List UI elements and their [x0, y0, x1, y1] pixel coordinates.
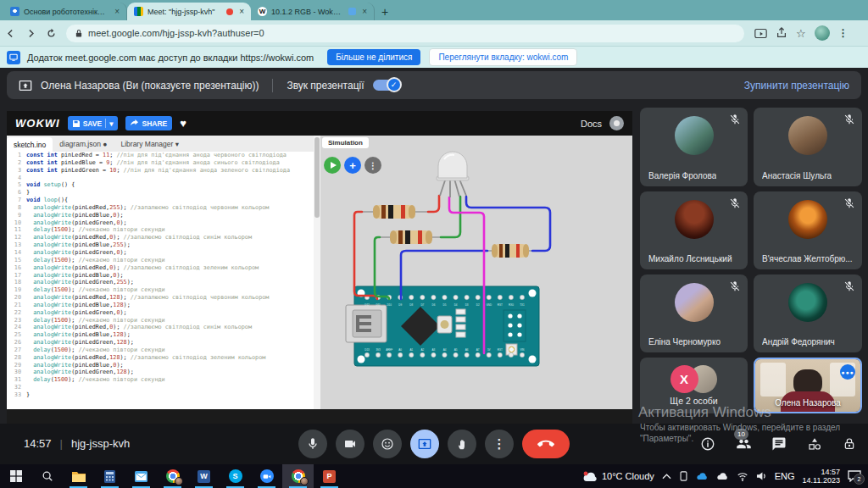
tray-expand-icon[interactable] — [662, 473, 671, 480]
taskbar-chrome-active[interactable] — [282, 464, 314, 488]
participant-tile-2[interactable]: Анастасія Шульга — [754, 108, 862, 186]
camera-button[interactable] — [336, 430, 364, 458]
share-button[interactable]: SHARE — [125, 116, 172, 130]
taskbar-weather-widget[interactable]: 10°C Cloudy — [582, 471, 654, 482]
reactions-button[interactable] — [373, 430, 402, 458]
people-button[interactable]: 10 — [736, 436, 751, 452]
wifi-icon[interactable] — [737, 471, 748, 482]
people-count-badge: 10 — [734, 429, 748, 440]
windows-start-icon — [10, 470, 22, 482]
simulation-menu-button[interactable]: ⋮ — [364, 157, 381, 174]
activities-button[interactable] — [807, 436, 822, 452]
taskbar-search[interactable] — [31, 464, 63, 488]
taskbar-start[interactable] — [0, 464, 31, 488]
svg-text:D9: D9 — [398, 303, 402, 307]
taskbar-word[interactable]: W — [188, 464, 220, 488]
file-tab-3[interactable]: Library Manager ▾ — [114, 136, 186, 152]
participant-name: В'ячеслав Желтобрю... — [762, 254, 853, 263]
simulation-tab[interactable]: Simulation — [322, 137, 369, 148]
bookmark-star-icon[interactable]: ☆ — [796, 27, 806, 40]
smiley-icon — [381, 437, 394, 451]
tab-close-icon[interactable]: × — [237, 7, 244, 16]
back-button[interactable] — [0, 28, 20, 39]
browser-tab-3[interactable]: W10.1.2 RGB - Wokwi ESP32,× — [251, 3, 375, 20]
save-dropdown-icon[interactable]: ▾ — [109, 119, 113, 128]
code-line: } — [26, 391, 30, 399]
share-icon[interactable] — [776, 27, 787, 39]
new-tab-button[interactable]: + — [375, 3, 395, 20]
svg-text:VIN: VIN — [520, 348, 524, 352]
browser-profile-avatar[interactable] — [815, 25, 830, 41]
wokwi-footer — [7, 409, 632, 424]
browser-menu-icon[interactable]: ⋮ — [838, 27, 849, 39]
code-line: analogWrite(pinLedBlue,0); — [26, 272, 124, 280]
code-editor[interactable]: 1const int pinLedRed = 11; //пін для під… — [7, 152, 314, 409]
notification-center-button[interactable]: 2 — [848, 470, 861, 482]
line-number: 12 — [7, 234, 21, 241]
stop-sharing-button[interactable]: Більше не ділитися — [327, 49, 420, 65]
meeting-info-button[interactable] — [700, 436, 715, 452]
camera-icon — [343, 437, 357, 451]
simulation-add-button[interactable]: + — [344, 157, 361, 174]
participant-tile-6[interactable]: Андрій Федорянич — [754, 274, 862, 352]
file-tab-1[interactable]: sketch.ino — [7, 137, 53, 152]
browser-tab-1[interactable]: Основи робототехніки та ком× — [3, 3, 127, 20]
tab-close-icon[interactable]: × — [113, 7, 120, 16]
code-line: analogWrite(pinLedGreen,128); — [26, 369, 134, 376]
media-control-icon[interactable] — [754, 28, 767, 39]
reload-button[interactable] — [41, 28, 61, 39]
participant-tile-8[interactable]: ●●●Олена Назарова — [754, 358, 862, 413]
taskbar-chrome[interactable] — [157, 464, 188, 488]
url-bar[interactable]: meet.google.com/hjg-jssp-kvh?authuser=0 — [66, 25, 744, 42]
taskbar-powerpoint[interactable]: P — [314, 464, 345, 488]
weather-cloud-icon — [582, 471, 598, 482]
mic-off-icon — [729, 114, 741, 125]
present-button[interactable] — [410, 430, 439, 458]
taskbar-mail[interactable] — [125, 464, 157, 488]
participant-tile-5[interactable]: Еліна Черномурко — [640, 274, 748, 352]
tile-options-button[interactable]: ●●● — [840, 364, 855, 380]
volume-icon[interactable] — [756, 471, 767, 481]
svg-text:A3: A3 — [432, 348, 436, 352]
simulation-play-button[interactable] — [324, 157, 341, 174]
end-call-button[interactable] — [522, 430, 570, 458]
presentation-audio-toggle[interactable]: ✓ — [373, 80, 400, 91]
language-indicator[interactable]: ENG — [775, 471, 795, 481]
mic-button[interactable] — [298, 430, 327, 458]
host-controls-button[interactable] — [843, 436, 858, 452]
zoom-icon — [260, 469, 274, 483]
line-number: 8 — [7, 204, 21, 212]
view-tab-button[interactable]: Переглянути вкладку: wokwi.com — [429, 48, 577, 66]
save-button[interactable]: SAVE▾ — [68, 116, 119, 130]
onedrive-icon[interactable] — [696, 472, 709, 480]
participant-tile-1[interactable]: Валерія Фролова — [640, 108, 748, 186]
cloud-icon[interactable] — [716, 472, 729, 480]
wokwi-avatar[interactable] — [609, 116, 624, 130]
stop-presentation-button[interactable]: Зупинити презентацію — [744, 80, 849, 92]
taskbar-file-explorer[interactable] — [63, 464, 94, 488]
lock-icon — [75, 29, 83, 38]
browser-tab-2[interactable]: Meet: "hjg-jssp-kvh"× — [127, 3, 251, 20]
chat-button[interactable] — [771, 436, 787, 452]
taskbar-skype[interactable]: S — [220, 464, 251, 488]
participant-tile-4[interactable]: В'ячеслав Желтобрю... — [754, 191, 862, 269]
device-icon[interactable] — [679, 471, 688, 481]
participant-tile-7[interactable]: XЩе 2 особи — [640, 358, 748, 413]
word-icon: W — [198, 470, 210, 483]
raise-hand-button[interactable] — [448, 430, 476, 458]
circuit-diagram[interactable]: D12D11D10D9D8D7D6D5D4D3D2GNDRSTRX0TX1D13… — [320, 136, 632, 409]
calculator-icon — [104, 470, 115, 483]
scrollbar-thumb[interactable] — [314, 137, 320, 218]
participant-tile-3[interactable]: Михайло Лєсницький — [640, 191, 748, 269]
taskbar-clock[interactable]: 14:57 14.11.2023 — [803, 468, 840, 485]
taskbar-zoom[interactable] — [251, 464, 282, 488]
forward-button[interactable] — [20, 28, 41, 39]
more-options-button[interactable]: ⋮ — [485, 430, 514, 458]
file-tab-2[interactable]: diagram.json ● — [53, 136, 114, 152]
tab-close-icon[interactable]: × — [360, 7, 367, 16]
docs-link[interactable]: Docs — [581, 119, 602, 129]
taskbar-calculator[interactable] — [94, 464, 125, 488]
favorite-heart-icon[interactable]: ♥ — [180, 117, 186, 130]
participant-name: Михайло Лєсницький — [648, 254, 732, 263]
editor-scrollbar[interactable] — [314, 136, 320, 409]
